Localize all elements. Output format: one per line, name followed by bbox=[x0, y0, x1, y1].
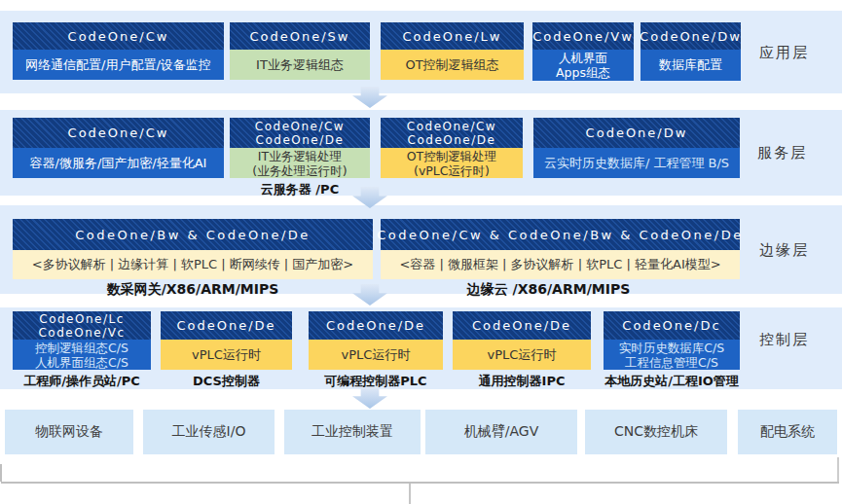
box-database-config: CodeOne/Dw 数据库配置 bbox=[641, 22, 741, 81]
caption-edge-cloud: 边缘云 /X86/ARM/MIPS bbox=[381, 281, 716, 299]
box-header: CodeOne/Lw bbox=[381, 22, 524, 50]
box-local-historian: CodeOne/Dc 实时历史数据库C/S 工程信息管理C/S bbox=[604, 311, 740, 370]
box-edge-cloud: CodeOne/Cw & CodeOne/Bw & CodeOne/De <容器… bbox=[381, 219, 740, 279]
caption-dcs: DCS控制器 bbox=[161, 373, 292, 390]
box-it-logic-config: CodeOne/Sw IT业务逻辑组态 bbox=[230, 22, 370, 80]
divider-horizontal bbox=[1, 482, 839, 484]
device-power-distribution: 配电系统 bbox=[738, 410, 837, 454]
device-industrial-control: 工业控制装置 bbox=[284, 410, 421, 454]
device-cnc: CNC数控机床 bbox=[585, 410, 727, 454]
box-ipc-vplc: CodeOne/De vPLC运行时 bbox=[453, 311, 591, 370]
box-header: CodeOne/Lc CodeOne/Vc bbox=[13, 311, 151, 340]
box-body: IT业务逻辑处理 (业务处理运行时) bbox=[230, 148, 370, 178]
architecture-diagram: 应用层 服务层 边缘层 控制层 CodeOne/Cw 网络通信配置/用户配置/设… bbox=[0, 0, 842, 504]
box-header: CodeOne/Cw & CodeOne/Bw & CodeOne/De bbox=[381, 219, 740, 250]
layer-label-application: 应用层 bbox=[759, 44, 809, 62]
box-plc-vplc: CodeOne/De vPLC运行时 bbox=[309, 311, 443, 370]
box-body: OT控制逻辑处理 (vPLC运行时) bbox=[381, 148, 523, 178]
box-network-config: CodeOne/Cw 网络通信配置/用户配置/设备监控 bbox=[13, 22, 224, 80]
caption-data-gateway: 数采网关/X86/ARM/MIPS bbox=[13, 281, 373, 299]
box-header: CodeOne/Vw bbox=[532, 22, 634, 50]
box-body: 控制逻辑组态C/S 人机界面组态C/S bbox=[13, 340, 151, 370]
down-arrow-icon bbox=[352, 387, 387, 409]
layer-label-control: 控制层 bbox=[759, 331, 809, 349]
box-header: CodeOne/De bbox=[309, 311, 443, 340]
caption-local-historian: 本地历史站/工程IO管理 bbox=[594, 373, 750, 390]
divider-vertical-right bbox=[837, 457, 839, 482]
box-hmi-apps: CodeOne/Vw 人机界面 Apps组态 bbox=[532, 22, 634, 81]
layer-label-edge: 边缘层 bbox=[759, 241, 809, 260]
box-header: CodeOne/Dw bbox=[641, 22, 741, 50]
box-body: OT控制逻辑组态 bbox=[381, 50, 524, 80]
box-header: CodeOne/Cw CodeOne/De bbox=[381, 118, 523, 148]
box-body: IT业务逻辑组态 bbox=[230, 50, 370, 80]
box-header: CodeOne/De bbox=[161, 311, 292, 340]
box-cloud-historian: CodeOne/Dw 云实时历史数据库/ 工程管理 B/S bbox=[533, 118, 740, 178]
box-ot-logic-config: CodeOne/Lw OT控制逻辑组态 bbox=[381, 22, 524, 80]
box-header: CodeOne/Cw bbox=[13, 118, 224, 148]
box-body: vPLC运行时 bbox=[161, 340, 292, 370]
box-body: 数据库配置 bbox=[641, 50, 741, 81]
box-body: vPLC运行时 bbox=[453, 340, 591, 370]
box-engineer-station: CodeOne/Lc CodeOne/Vc 控制逻辑组态C/S 人机界面组态C/… bbox=[13, 311, 151, 370]
box-header: CodeOne/Dc bbox=[604, 311, 740, 340]
device-robot-agv: 机械臂/AGV bbox=[425, 410, 577, 454]
box-header: CodeOne/Cw bbox=[13, 22, 224, 50]
box-body: vPLC运行时 bbox=[309, 340, 443, 370]
box-container-services: CodeOne/Cw 容器/微服务/国产加密/轻量化AI bbox=[13, 118, 224, 178]
box-header: CodeOne/Bw & CodeOne/De bbox=[13, 219, 373, 250]
box-body: 容器/微服务/国产加密/轻量化AI bbox=[13, 148, 224, 178]
box-header: CodeOne/Dw bbox=[533, 118, 740, 148]
layer-label-service: 服务层 bbox=[757, 144, 807, 162]
box-body: 云实时历史数据库/ 工程管理 B/S bbox=[533, 148, 740, 178]
device-iot: 物联网设备 bbox=[5, 410, 133, 454]
box-body: <容器 | 微服框架 | 多协议解析 | 软PLC | 轻量化AI模型> bbox=[381, 250, 740, 279]
box-ot-logic-runtime: CodeOne/Cw CodeOne/De OT控制逻辑处理 (vPLC运行时) bbox=[381, 118, 523, 178]
caption-ipc: 通用控制器IPC bbox=[443, 373, 601, 390]
divider-vertical-bottom bbox=[409, 484, 411, 504]
box-header: CodeOne/De bbox=[453, 311, 591, 340]
box-body: 网络通信配置/用户配置/设备监控 bbox=[13, 50, 224, 80]
device-sensor-io: 工业传感I/O bbox=[143, 410, 275, 454]
caption-cloud-server: 云服务器 /PC bbox=[230, 181, 370, 198]
box-edge-gateway: CodeOne/Bw & CodeOne/De <多协议解析 | 边缘计算 | … bbox=[13, 219, 373, 279]
box-body: <多协议解析 | 边缘计算 | 软PLC | 断网续传 | 国产加密> bbox=[13, 250, 373, 279]
box-it-logic-runtime: CodeOne/Cw CodeOne/De IT业务逻辑处理 (业务处理运行时) bbox=[230, 118, 370, 178]
caption-engineer-station: 工程师/操作员站/PC bbox=[3, 373, 161, 390]
box-body: 人机界面 Apps组态 bbox=[532, 50, 634, 81]
box-header: CodeOne/Cw CodeOne/De bbox=[230, 118, 370, 148]
box-dcs-vplc: CodeOne/De vPLC运行时 bbox=[161, 311, 292, 370]
box-body: 实时历史数据库C/S 工程信息管理C/S bbox=[604, 340, 740, 370]
box-header: CodeOne/Sw bbox=[230, 22, 370, 50]
divider-vertical-left bbox=[0, 464, 2, 482]
